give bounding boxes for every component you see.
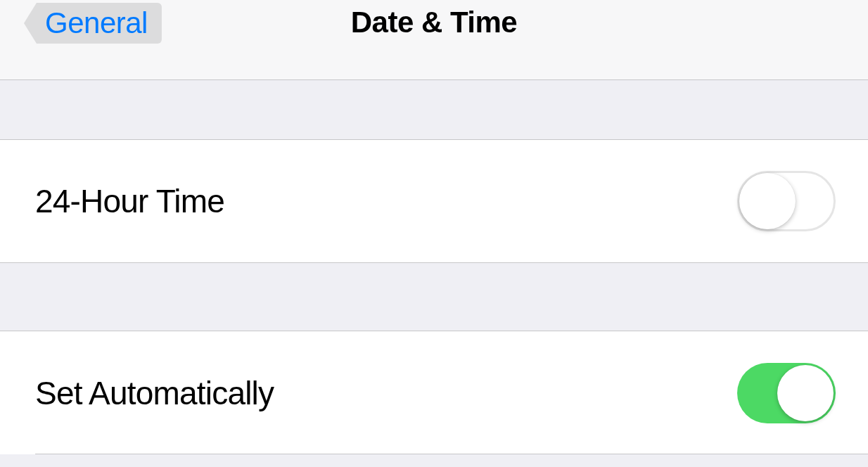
row-24-hour-time: 24-Hour Time bbox=[0, 139, 868, 263]
row-set-automatically: Set Automatically bbox=[0, 331, 868, 454]
page-title: Date & Time bbox=[351, 6, 517, 39]
toggle-set-automatically[interactable] bbox=[737, 363, 836, 423]
back-button-label: General bbox=[45, 6, 148, 40]
toggle-knob bbox=[777, 365, 834, 421]
toggle-24-hour-time[interactable] bbox=[737, 171, 836, 231]
row-label-24-hour: 24-Hour Time bbox=[35, 182, 224, 220]
row-label-set-automatically: Set Automatically bbox=[35, 374, 274, 412]
navigation-bar: General Date & Time bbox=[0, 0, 868, 80]
toggle-knob bbox=[739, 173, 796, 229]
section-spacer bbox=[0, 263, 868, 331]
back-button[interactable]: General bbox=[24, 3, 162, 44]
section-spacer bbox=[0, 80, 868, 139]
